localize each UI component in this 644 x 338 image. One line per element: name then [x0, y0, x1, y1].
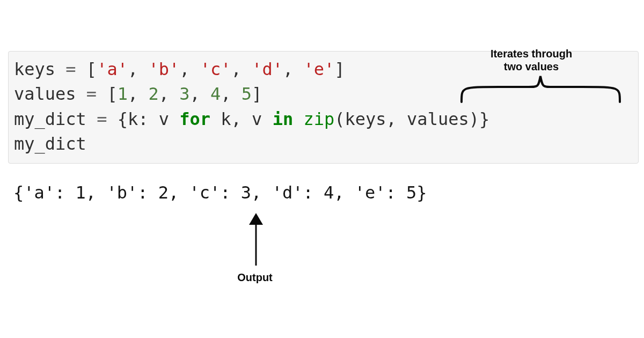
bracket-close: ] — [334, 59, 345, 79]
variable-mydict: my_dict — [14, 109, 86, 129]
arg-values: values — [407, 109, 469, 129]
comma: , — [128, 84, 149, 104]
comma: , — [283, 59, 304, 79]
num-5: 5 — [241, 84, 252, 104]
output-text: {'a': 1, 'b': 2, 'c': 3, 'd': 4, 'e': 5} — [13, 182, 427, 203]
variable-keys: keys — [14, 59, 55, 79]
space — [262, 109, 272, 129]
builtin-zip: zip — [303, 109, 334, 129]
assign-op: = — [86, 109, 118, 129]
annotation-output: Output — [220, 271, 290, 284]
comma: , — [231, 109, 252, 129]
keyword-in: in — [273, 109, 294, 129]
num-4: 4 — [210, 84, 221, 104]
comma: , — [231, 59, 252, 79]
comma: , — [179, 59, 200, 79]
svg-marker-1 — [249, 213, 263, 225]
brace-close: } — [479, 109, 489, 129]
space — [293, 109, 303, 129]
paren-close: ) — [469, 109, 479, 129]
curly-brace-icon — [459, 71, 623, 104]
colon: : — [138, 109, 159, 129]
var-v: v — [252, 109, 262, 129]
str-e: 'e' — [303, 59, 334, 79]
str-a: 'a' — [97, 59, 128, 79]
num-2: 2 — [148, 84, 158, 104]
str-d: 'd' — [252, 59, 283, 79]
assign-op: = — [76, 84, 107, 104]
comma: , — [128, 59, 149, 79]
variable-values: values — [14, 84, 76, 104]
str-b: 'b' — [148, 59, 179, 79]
bracket-open: [ — [107, 84, 117, 104]
arrow-up-icon — [245, 212, 267, 268]
comma: , — [386, 109, 407, 129]
var-v: v — [159, 109, 169, 129]
comma: , — [159, 84, 180, 104]
str-c: 'c' — [200, 59, 231, 79]
bracket-open: [ — [86, 59, 97, 79]
num-1: 1 — [118, 84, 128, 104]
space — [169, 109, 179, 129]
comma: , — [190, 84, 211, 104]
comma: , — [221, 84, 241, 104]
arg-keys: keys — [345, 109, 386, 129]
variable-mydict-eval: my_dict — [14, 134, 86, 154]
var-k: k — [221, 109, 231, 129]
bracket-close: ] — [252, 84, 262, 104]
keyword-for: for — [179, 109, 210, 129]
brace-open: { — [118, 109, 128, 129]
assign-op: = — [55, 59, 86, 79]
num-3: 3 — [179, 84, 189, 104]
var-k: k — [128, 109, 138, 129]
annotation-iterates: Iterates throughtwo values — [456, 47, 606, 73]
space — [210, 109, 221, 129]
paren-open: ( — [334, 109, 345, 129]
